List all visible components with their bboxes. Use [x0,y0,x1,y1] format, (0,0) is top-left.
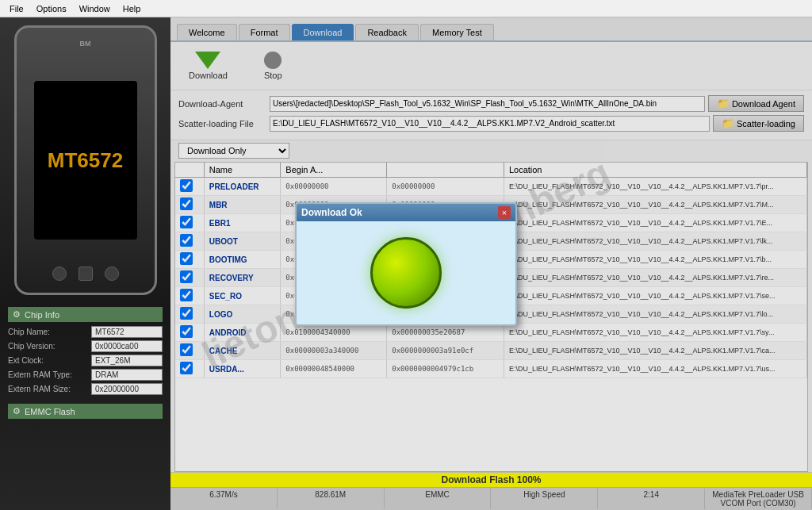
modal-overlay: Download Ok × [0,17,812,510]
modal-close-button[interactable]: × [498,206,511,219]
download-ok-modal: Download Ok × [295,202,517,326]
menubar: File Options Window Help [0,0,812,17]
menu-options[interactable]: Options [30,2,73,15]
modal-titlebar: Download Ok × [297,204,515,221]
menu-window[interactable]: Window [73,2,117,15]
success-circle-icon [370,237,442,309]
menu-help[interactable]: Help [117,2,147,15]
modal-title: Download Ok [301,207,362,218]
menu-file[interactable]: File [3,2,30,15]
modal-body [297,221,515,324]
